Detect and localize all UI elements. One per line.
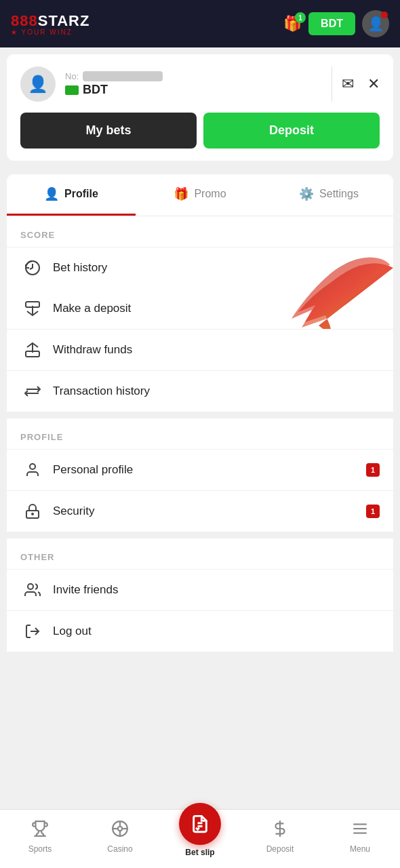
- tab-promo[interactable]: 🎁 Promo: [136, 174, 264, 216]
- casino-icon: [111, 820, 129, 842]
- account-currency: BDT: [65, 83, 322, 97]
- logout-label: Log out: [53, 625, 380, 638]
- security-icon: [20, 503, 45, 519]
- transaction-history-icon: [20, 383, 45, 399]
- svg-point-13: [118, 827, 123, 831]
- section-divider-1: [0, 412, 400, 418]
- my-bets-button[interactable]: My bets: [20, 113, 197, 149]
- profile-section: PROFILE Personal profile 1 Security 1: [7, 418, 393, 532]
- sports-icon: [31, 820, 49, 842]
- transaction-history-item[interactable]: Transaction history: [7, 370, 393, 412]
- transaction-history-label: Transaction history: [53, 384, 380, 398]
- logout-item[interactable]: Log out: [7, 610, 393, 652]
- account-top: 👤 No: XXXXXXXXX BDT ✉ ✕: [20, 66, 380, 102]
- account-main-buttons: My bets Deposit: [20, 113, 380, 149]
- promo-tab-icon: 🎁: [174, 186, 188, 201]
- sports-label: Sports: [28, 844, 52, 854]
- svg-point-7: [30, 464, 35, 469]
- deposit-icon: [271, 820, 289, 842]
- bottom-navigation: Sports Casino Bet slip: [0, 809, 400, 868]
- personal-profile-item[interactable]: Personal profile 1: [7, 449, 393, 490]
- tab-profile-label: Profile: [64, 188, 98, 200]
- profile-section-label: PROFILE: [7, 418, 393, 449]
- personal-profile-label: Personal profile: [53, 463, 361, 477]
- make-deposit-item[interactable]: Make a deposit: [7, 288, 393, 329]
- personal-profile-badge: 1: [366, 463, 380, 477]
- invite-friends-label: Invite friends: [53, 583, 380, 597]
- svg-point-9: [32, 513, 33, 515]
- user-profile-button[interactable]: 👤: [362, 10, 389, 37]
- bet-history-item[interactable]: Bet history: [7, 247, 393, 288]
- user-notification-dot: [381, 12, 388, 18]
- deposit-button[interactable]: Deposit: [203, 113, 380, 149]
- score-section-label: SCORE: [7, 216, 393, 247]
- personal-profile-icon: [20, 462, 45, 478]
- betslip-label: Bet slip: [185, 848, 214, 857]
- nav-deposit[interactable]: Deposit: [240, 820, 320, 854]
- currency-flag: [65, 85, 79, 95]
- security-badge: 1: [366, 505, 380, 518]
- invite-friends-icon: [20, 582, 45, 598]
- make-deposit-icon: [20, 300, 45, 317]
- account-action-buttons: ✉ ✕: [342, 75, 380, 93]
- withdraw-icon: [20, 342, 45, 358]
- header: 888STARZ ★ YOUR WINZ 🎁 1 BDT 👤: [0, 0, 400, 47]
- menu-label: Menu: [350, 844, 370, 854]
- section-divider-2: [0, 532, 400, 538]
- account-number-blurred: XXXXXXXXX: [83, 71, 163, 81]
- tab-settings-label: Settings: [319, 188, 359, 200]
- tabs: 👤 Profile 🎁 Promo ⚙️ Settings: [7, 174, 393, 216]
- logo-sub: ★ YOUR WINZ: [11, 28, 89, 36]
- deposit-label: Deposit: [266, 844, 294, 854]
- tab-promo-label: Promo: [194, 188, 226, 200]
- message-button[interactable]: ✉: [342, 75, 354, 93]
- security-item[interactable]: Security 1: [7, 490, 393, 532]
- bet-history-icon: [20, 260, 45, 276]
- casino-label: Casino: [107, 844, 132, 854]
- header-icons: 🎁 1 BDT 👤: [283, 10, 389, 37]
- security-label: Security: [53, 505, 361, 518]
- betslip-button[interactable]: [179, 803, 221, 845]
- settings-tab-icon: ⚙️: [299, 186, 314, 201]
- nav-betslip[interactable]: Bet slip: [160, 816, 240, 857]
- tab-settings[interactable]: ⚙️ Settings: [264, 174, 393, 216]
- logout-icon: [20, 623, 45, 639]
- nav-casino[interactable]: Casino: [80, 820, 160, 854]
- menu-icon: [351, 820, 369, 842]
- invite-friends-item[interactable]: Invite friends: [7, 569, 393, 610]
- account-divider: [332, 66, 332, 102]
- nav-sports[interactable]: Sports: [0, 820, 80, 854]
- currency-button[interactable]: BDT: [308, 12, 355, 35]
- other-section: OTHER Invite friends Log out: [7, 538, 393, 652]
- logo: 888STARZ ★ YOUR WINZ: [11, 12, 89, 36]
- logo-text: 888STARZ: [11, 12, 89, 30]
- gift-button[interactable]: 🎁 1: [283, 15, 302, 33]
- gift-badge: 1: [295, 12, 306, 23]
- score-section: SCORE Bet history Make a deposit: [7, 216, 393, 412]
- withdraw-item[interactable]: Withdraw funds: [7, 329, 393, 370]
- svg-point-10: [28, 584, 33, 589]
- make-deposit-label: Make a deposit: [53, 302, 380, 315]
- account-card: 👤 No: XXXXXXXXX BDT ✉ ✕ My bets Deposit: [7, 54, 393, 161]
- withdraw-label: Withdraw funds: [53, 343, 380, 357]
- profile-tab-icon: 👤: [44, 186, 59, 201]
- nav-menu[interactable]: Menu: [320, 820, 400, 854]
- bet-history-label: Bet history: [53, 261, 380, 275]
- close-button[interactable]: ✕: [367, 75, 380, 93]
- tab-profile[interactable]: 👤 Profile: [7, 174, 136, 216]
- other-section-label: OTHER: [7, 538, 393, 569]
- account-info: No: XXXXXXXXX BDT: [65, 71, 322, 97]
- avatar: 👤: [20, 66, 56, 102]
- account-number: No: XXXXXXXXX: [65, 71, 322, 81]
